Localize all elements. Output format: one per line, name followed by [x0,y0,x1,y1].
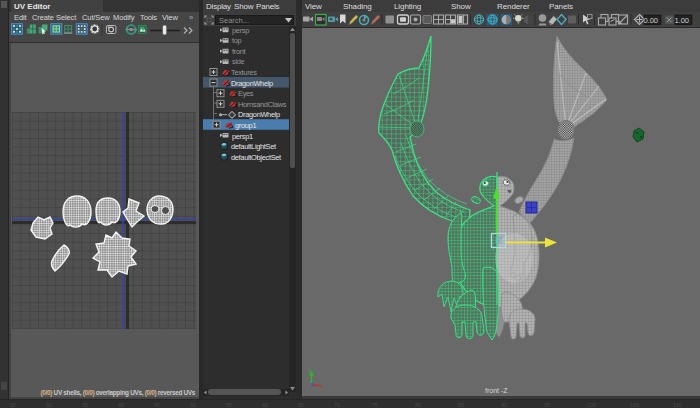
svg-text:x: x [321,383,324,389]
svg-text:0.00: 0.00 [643,16,658,25]
svg-text:1.00: 1.00 [674,16,689,25]
svg-text:y: y [309,367,312,373]
